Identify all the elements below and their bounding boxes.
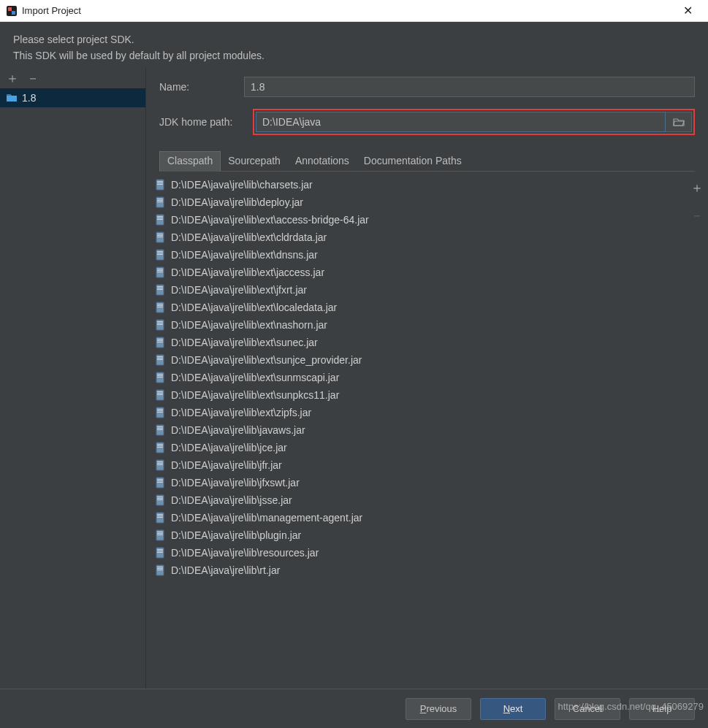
help-button[interactable]: Help xyxy=(629,698,695,720)
svg-rect-5 xyxy=(157,183,163,183)
list-item[interactable]: D:\IDEA\java\jre\lib\ext\dnsns.jar xyxy=(153,246,683,264)
svg-rect-73 xyxy=(157,480,163,481)
list-item-label: D:\IDEA\java\jre\lib\ext\dnsns.jar xyxy=(171,249,318,261)
list-item-label: D:\IDEA\java\jre\lib\ext\sunpkcs11.jar xyxy=(171,389,339,401)
list-item[interactable]: D:\IDEA\java\jre\lib\jsse.jar xyxy=(153,491,683,509)
svg-rect-40 xyxy=(157,339,163,340)
svg-rect-72 xyxy=(157,479,163,480)
jdk-path-input[interactable]: D:\IDEA\java xyxy=(256,112,666,132)
list-item[interactable]: D:\IDEA\java\jre\lib\ext\nashorn.jar xyxy=(153,316,683,334)
svg-rect-70 xyxy=(157,464,163,465)
list-item-label: D:\IDEA\java\jre\lib\management-agent.ja… xyxy=(171,512,362,524)
svg-rect-20 xyxy=(157,251,163,252)
list-item[interactable]: D:\IDEA\java\jre\lib\ext\zipfs.jar xyxy=(153,404,683,421)
svg-rect-64 xyxy=(157,444,163,445)
list-item-label: D:\IDEA\java\jre\lib\ext\jfxrt.jar xyxy=(171,284,307,296)
list-item-label: D:\IDEA\java\jre\lib\resources.jar xyxy=(171,547,319,559)
list-item[interactable]: D:\IDEA\java\jre\lib\jfxswt.jar xyxy=(153,474,683,491)
tab-annotations[interactable]: Annotations xyxy=(288,152,357,171)
intro-line-2: This SDK will be used by default by all … xyxy=(13,48,695,64)
folder-icon xyxy=(6,93,18,103)
svg-rect-6 xyxy=(157,184,163,185)
intro-line-1: Please select project SDK. xyxy=(13,32,695,48)
list-item[interactable]: D:\IDEA\java\jre\lib\ext\cldrdata.jar xyxy=(153,229,683,246)
svg-rect-44 xyxy=(157,356,163,357)
svg-rect-52 xyxy=(157,391,163,392)
browse-button[interactable] xyxy=(666,112,692,132)
svg-rect-42 xyxy=(157,342,163,342)
tab-documentation-paths[interactable]: Documentation Paths xyxy=(357,152,469,171)
svg-rect-45 xyxy=(157,358,163,359)
svg-rect-25 xyxy=(157,270,163,271)
svg-rect-58 xyxy=(157,412,163,413)
name-input[interactable]: 1.8 xyxy=(244,77,695,97)
list-item-label: D:\IDEA\java\jre\lib\jfr.jar xyxy=(171,459,282,471)
intro-text: Please select project SDK. This SDK will… xyxy=(0,22,708,68)
svg-rect-57 xyxy=(157,410,163,411)
cancel-button[interactable]: Cancel xyxy=(555,698,620,720)
add-entry-icon[interactable]: ＋ xyxy=(690,179,704,196)
list-item[interactable]: D:\IDEA\java\jre\lib\management-agent.ja… xyxy=(153,509,683,526)
svg-rect-41 xyxy=(157,340,163,341)
svg-rect-54 xyxy=(157,394,163,395)
list-item-label: D:\IDEA\java\jre\lib\rt.jar xyxy=(171,564,280,576)
list-item-label: D:\IDEA\java\jre\lib\jsse.jar xyxy=(171,494,292,506)
svg-rect-49 xyxy=(157,375,163,376)
svg-rect-28 xyxy=(157,286,163,287)
list-item[interactable]: D:\IDEA\java\jre\lib\ext\sunjce_provider… xyxy=(153,351,683,369)
svg-rect-46 xyxy=(157,359,163,360)
sdk-item[interactable]: 1.8 xyxy=(0,88,145,107)
sdk-sidebar: ＋ － 1.8 xyxy=(0,68,146,689)
list-item[interactable]: D:\IDEA\java\jre\lib\ext\jfxrt.jar xyxy=(153,281,683,299)
svg-rect-56 xyxy=(157,409,163,410)
svg-rect-61 xyxy=(157,428,163,429)
list-item-label: D:\IDEA\java\jre\lib\ext\nashorn.jar xyxy=(171,319,327,331)
next-button[interactable]: Next xyxy=(480,698,546,720)
remove-sdk-icon[interactable]: － xyxy=(26,72,39,85)
svg-rect-16 xyxy=(157,234,163,234)
list-item[interactable]: D:\IDEA\java\jre\lib\ext\sunec.jar xyxy=(153,334,683,351)
svg-rect-78 xyxy=(157,499,163,500)
close-icon[interactable]: ✕ xyxy=(673,4,702,18)
svg-rect-89 xyxy=(157,551,163,551)
list-item[interactable]: D:\IDEA\java\jre\lib\ext\jaccess.jar xyxy=(153,264,683,281)
svg-rect-10 xyxy=(157,202,163,202)
svg-rect-92 xyxy=(157,567,163,567)
list-item[interactable]: D:\IDEA\java\jre\lib\ext\access-bridge-6… xyxy=(153,211,683,229)
list-item[interactable]: D:\IDEA\java\jre\lib\resources.jar xyxy=(153,544,683,562)
tab-classpath[interactable]: Classpath xyxy=(159,151,221,172)
window-title: Import Project xyxy=(22,5,673,16)
classpath-list[interactable]: D:\IDEA\java\jre\lib\charsets.jarD:\IDEA… xyxy=(146,172,686,689)
svg-rect-30 xyxy=(157,289,163,290)
svg-rect-2 xyxy=(12,11,15,15)
list-item-label: D:\IDEA\java\jre\lib\plugin.jar xyxy=(171,529,301,541)
tab-sourcepath[interactable]: Sourcepath xyxy=(221,152,288,171)
svg-rect-84 xyxy=(157,532,163,532)
list-item-label: D:\IDEA\java\jre\lib\jce.jar xyxy=(171,442,287,453)
list-item[interactable]: D:\IDEA\java\jre\lib\ext\sunpkcs11.jar xyxy=(153,386,683,404)
list-item[interactable]: D:\IDEA\java\jre\lib\jce.jar xyxy=(153,439,683,456)
list-item-label: D:\IDEA\java\jre\lib\deploy.jar xyxy=(171,196,303,208)
svg-rect-4 xyxy=(157,181,163,182)
svg-rect-93 xyxy=(157,568,163,569)
name-row: Name: 1.8 xyxy=(159,77,695,97)
list-item-label: D:\IDEA\java\jre\lib\ext\localedata.jar xyxy=(171,302,337,313)
remove-entry-icon: － xyxy=(690,207,704,224)
list-item[interactable]: D:\IDEA\java\jre\lib\plugin.jar xyxy=(153,526,683,544)
previous-button[interactable]: Previous xyxy=(406,698,471,720)
list-item[interactable]: D:\IDEA\java\jre\lib\javaws.jar xyxy=(153,421,683,439)
list-item[interactable]: D:\IDEA\java\jre\lib\ext\localedata.jar xyxy=(153,299,683,316)
list-item[interactable]: D:\IDEA\java\jre\lib\ext\sunmscapi.jar xyxy=(153,369,683,386)
list-item[interactable]: D:\IDEA\java\jre\lib\charsets.jar xyxy=(153,176,683,194)
svg-rect-36 xyxy=(157,321,163,322)
sidebar-toolbar: ＋ － xyxy=(0,68,145,88)
list-item[interactable]: D:\IDEA\java\jre\lib\jfr.jar xyxy=(153,456,683,474)
svg-rect-18 xyxy=(157,237,163,237)
titlebar: Import Project ✕ xyxy=(0,0,708,22)
add-sdk-icon[interactable]: ＋ xyxy=(6,72,19,85)
list-item-label: D:\IDEA\java\jre\lib\ext\zipfs.jar xyxy=(171,407,311,418)
name-label: Name: xyxy=(159,81,244,93)
list-item[interactable]: D:\IDEA\java\jre\lib\deploy.jar xyxy=(153,194,683,211)
list-item[interactable]: D:\IDEA\java\jre\lib\rt.jar xyxy=(153,562,683,579)
svg-rect-21 xyxy=(157,253,163,253)
